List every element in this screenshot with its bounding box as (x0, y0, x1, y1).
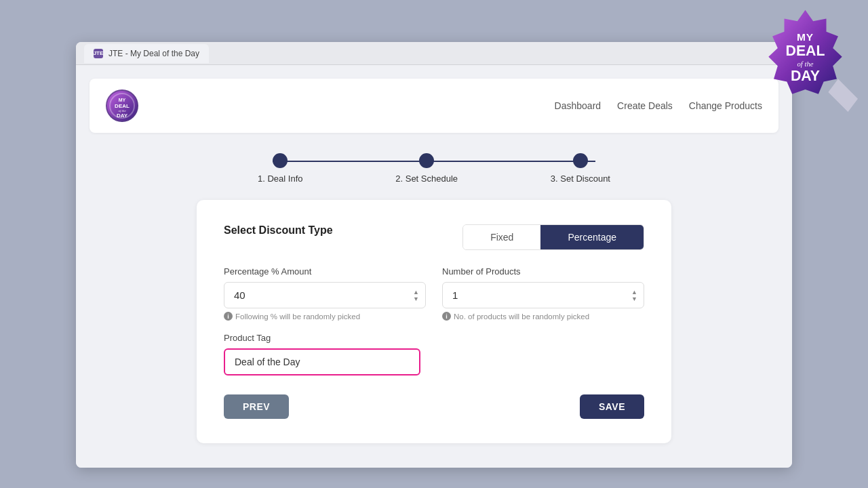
tab-favicon: JTE (94, 49, 103, 58)
product-tag-section: Product Tag (224, 333, 644, 375)
main-card: Select Discount Type Fixed Percentage Pe… (197, 200, 671, 443)
svg-text:of the: of the (797, 60, 814, 68)
products-hint: i No. of products will be randomly picke… (442, 312, 644, 321)
svg-marker-1 (828, 79, 858, 112)
app-content: MY DEAL of the DAY Dashboard Create Deal… (76, 65, 792, 468)
percentage-spinner[interactable]: ▲ ▼ (413, 289, 419, 302)
toggle-fixed[interactable]: Fixed (463, 225, 540, 249)
svg-text:DAY: DAY (117, 113, 128, 119)
browser-tab-bar: JTE JTE - My Deal of the Day (76, 42, 792, 65)
nav-links: Dashboard Create Deals Change Products (555, 100, 762, 111)
products-spinner[interactable]: ▲ ▼ (631, 289, 637, 302)
step-dot-3 (573, 153, 588, 168)
svg-text:DEAL: DEAL (786, 43, 825, 59)
nav-change-products[interactable]: Change Products (689, 100, 762, 111)
toggle-percentage[interactable]: Percentage (540, 225, 644, 249)
products-field-group: Number of Products ▲ ▼ i No. of products… (442, 266, 644, 321)
browser-window: JTE JTE - My Deal of the Day (76, 42, 792, 468)
product-tag-input[interactable] (224, 348, 420, 375)
discount-type-row: Select Discount Type Fixed Percentage (224, 224, 644, 250)
stepper-step-2[interactable]: 2. Set Schedule (395, 153, 458, 184)
products-label: Number of Products (442, 266, 644, 277)
product-tag-label: Product Tag (224, 333, 644, 343)
save-button[interactable]: SAVE (580, 394, 644, 419)
prev-button[interactable]: PREV (224, 394, 289, 419)
percentage-input-wrapper: ▲ ▼ (224, 282, 426, 308)
spinner-down-icon[interactable]: ▼ (413, 296, 419, 302)
action-row: PREV SAVE (224, 394, 644, 419)
logo-area: MY DEAL of the DAY (106, 89, 138, 122)
products-spinner-up-icon[interactable]: ▲ (631, 289, 637, 295)
percentage-input[interactable] (224, 282, 426, 308)
percentage-hint-icon: i (224, 312, 233, 321)
svg-text:DEAL: DEAL (115, 103, 130, 109)
logo-badge: MY DEAL of the DAY (106, 89, 138, 122)
products-hint-text: No. of products will be randomly picked (454, 312, 589, 321)
stepper-step-3[interactable]: 3. Set Discount (551, 153, 610, 184)
step-label-1: 1. Deal Info (258, 174, 303, 184)
browser-tab[interactable]: JTE JTE - My Deal of the Day (84, 44, 209, 63)
deal-badge: MY DEAL of the DAY (753, 7, 861, 115)
products-spinner-down-icon[interactable]: ▼ (631, 296, 637, 302)
svg-text:MY: MY (797, 31, 814, 43)
step-dot-1 (273, 153, 288, 168)
stepper-step-1[interactable]: 1. Deal Info (258, 153, 303, 184)
stepper: 1. Deal Info 2. Set Schedule 3. Set Disc… (258, 153, 610, 184)
step-label-3: 3. Set Discount (551, 174, 610, 184)
percentage-hint: i Following % will be randomly picked (224, 312, 426, 321)
fields-row: Percentage % Amount ▲ ▼ i Following % wi… (224, 266, 644, 321)
step-label-2: 2. Set Schedule (395, 174, 458, 184)
stepper-container: 1. Deal Info 2. Set Schedule 3. Set Disc… (90, 153, 778, 184)
discount-type-toggle: Fixed Percentage (462, 224, 644, 250)
products-input-wrapper: ▲ ▼ (442, 282, 644, 308)
svg-text:MY: MY (119, 98, 126, 102)
tab-title: JTE - My Deal of the Day (108, 49, 199, 58)
stepper-steps: 1. Deal Info 2. Set Schedule 3. Set Disc… (258, 153, 610, 184)
nav-dashboard[interactable]: Dashboard (555, 100, 601, 111)
products-input[interactable] (442, 282, 644, 308)
nav-create-deals[interactable]: Create Deals (617, 100, 673, 111)
percentage-hint-text: Following % will be randomly picked (235, 312, 360, 321)
svg-text:DAY: DAY (791, 68, 820, 84)
spinner-up-icon[interactable]: ▲ (413, 289, 419, 295)
step-dot-2 (419, 153, 434, 168)
products-hint-icon: i (442, 312, 451, 321)
percentage-label: Percentage % Amount (224, 266, 426, 277)
section-title: Select Discount Type (224, 224, 333, 237)
app-header: MY DEAL of the DAY Dashboard Create Deal… (90, 79, 778, 133)
percentage-field-group: Percentage % Amount ▲ ▼ i Following % wi… (224, 266, 426, 321)
